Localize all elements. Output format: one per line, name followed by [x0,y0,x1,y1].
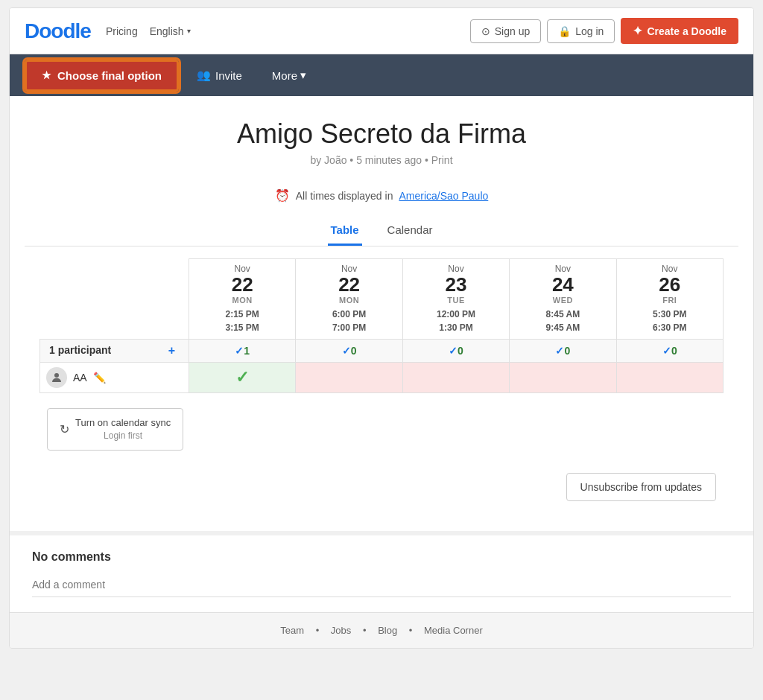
comments-title: No comments [32,550,731,564]
date-header-4: Nov 26 FRI 5:30 PM6:30 PM [616,259,723,340]
participant-count-label: 1 participant [49,344,111,356]
footer: Team • Jobs • Blog • Media Corner [10,612,753,648]
choose-final-button[interactable]: ★ Choose final option [25,60,179,92]
unsubscribe-row: Unsubscribe from updates [25,465,738,516]
avatar [46,367,67,388]
plus-icon: ✦ [633,24,642,38]
unsubscribe-button[interactable]: Unsubscribe from updates [566,473,716,501]
lock-icon: 🔒 [558,25,571,37]
pricing-link[interactable]: Pricing [106,25,138,37]
login-first-label: Login first [75,430,171,442]
user-row: AA ✏️ ✓ [40,362,724,392]
tab-table[interactable]: Table [328,217,362,246]
comment-input[interactable] [32,573,731,597]
create-doodle-button[interactable]: ✦ Create a Doodle [621,18,738,44]
main-content: Amigo Secreto da Firma by João • 5 minut… [10,96,753,531]
footer-jobs[interactable]: Jobs [331,625,351,636]
date-header-1: Nov 22 MON 6:00 PM7:00 PM [296,259,402,340]
timezone-row: ⏰ All times displayed in America/Sao Pau… [25,188,738,203]
footer-media-corner[interactable]: Media Corner [424,625,483,636]
login-button[interactable]: 🔒 Log in [547,19,615,43]
chevron-down-icon: ▾ [300,69,306,82]
user-response-0: ✓ [189,362,296,392]
footer-separator-1: • [316,625,320,636]
footer-team[interactable]: Team [280,625,304,636]
language-label: English [150,25,184,37]
clock-icon: ⏰ [275,188,290,203]
action-bar: ★ Choose final option 👥 Invite More ▾ [10,54,753,96]
checkmark-icon: ✓ [235,368,249,386]
footer-separator-3: • [409,625,413,636]
calendar-sync-label: Turn on calendar sync [75,416,171,430]
tabs: Table Calendar [25,217,738,246]
svg-point-0 [54,373,59,378]
date-header-2: Nov 23 TUE 12:00 PM1:30 PM [402,259,509,340]
participant-count-3: ✓0 [510,339,616,362]
user-cell: AA ✏️ [40,362,189,392]
tab-calendar[interactable]: Calendar [384,217,436,246]
user-response-2 [402,362,509,392]
comments-section: No comments [10,531,753,612]
participant-count-cell: 1 participant + [40,339,189,362]
date-header-3: Nov 24 WED 8:45 AM9:45 AM [510,259,616,340]
edit-icon[interactable]: ✏️ [93,372,106,384]
poll-title: Amigo Secreto da Firma [25,118,738,150]
poll-meta: by João • 5 minutes ago • Print [25,154,738,166]
star-icon: ★ [42,69,51,81]
participant-count-4: ✓0 [616,339,723,362]
add-participant-button[interactable]: + [168,344,175,357]
sync-icon: ↻ [60,422,69,436]
person-icon: ⊙ [481,25,490,37]
invite-icon: 👥 [197,69,211,82]
footer-separator-2: • [363,625,367,636]
chevron-down-icon: ▾ [187,27,191,35]
user-response-4 [616,362,723,392]
schedule-table-wrapper: Nov 22 MON 2:15 PM3:15 PM Nov 22 MON 6:0… [25,258,738,393]
calendar-sync-button[interactable]: ↻ Turn on calendar sync Login first [47,408,183,451]
invite-button[interactable]: 👥 Invite [185,63,254,88]
empty-header [40,259,189,340]
user-response-3 [510,362,616,392]
participant-count-1: ✓0 [296,339,402,362]
date-header-0: Nov 22 MON 2:15 PM3:15 PM [189,259,296,340]
schedule-table: Nov 22 MON 2:15 PM3:15 PM Nov 22 MON 6:0… [39,258,724,393]
more-button[interactable]: More ▾ [260,63,318,88]
participant-row: 1 participant + ✓1✓0✓0✓0✓0 [40,339,724,362]
footer-blog[interactable]: Blog [378,625,397,636]
user-name: AA [73,372,87,384]
language-selector[interactable]: English ▾ [150,25,191,37]
participant-count-0: ✓1 [189,339,296,362]
signup-button[interactable]: ⊙ Sign up [470,19,541,43]
timezone-link[interactable]: America/Sao Paulo [399,190,488,202]
logo[interactable]: Doodle [25,19,91,43]
navbar: Doodle Pricing English ▾ ⊙ Sign up 🔒 Log… [10,8,753,54]
participant-count-2: ✓0 [402,339,509,362]
user-response-1 [296,362,402,392]
